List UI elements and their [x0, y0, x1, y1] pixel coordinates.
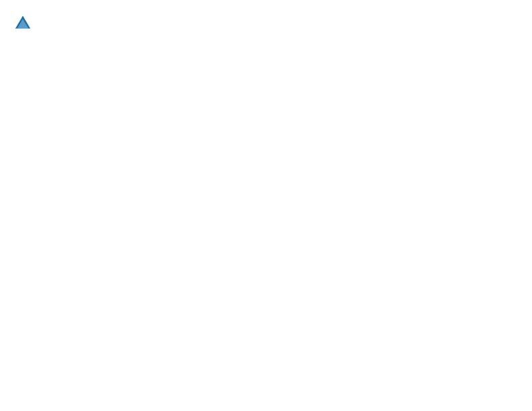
- logo-icon: [13, 13, 32, 32]
- logo: [13, 13, 35, 32]
- page-header: [13, 13, 519, 32]
